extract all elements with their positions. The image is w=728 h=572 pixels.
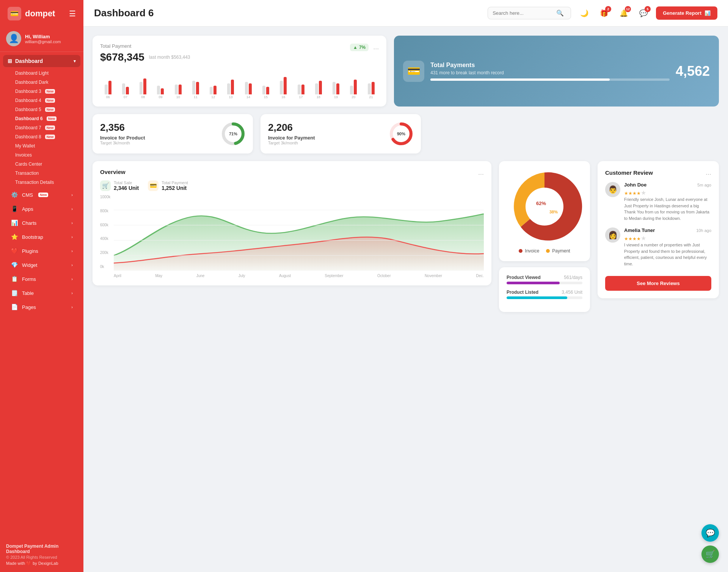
- moon-icon-btn[interactable]: 🌙: [577, 6, 592, 20]
- bar-red: [266, 87, 269, 94]
- total-payment-card: Total Payment ▲ 7% ... $678,345 last mon…: [93, 36, 386, 107]
- submenu-label: Dashboard 5: [15, 107, 41, 112]
- sidebar-item-my-wallet[interactable]: My Wallet: [11, 141, 80, 150]
- badge-new: New: [38, 193, 49, 197]
- sidebar-item-invoices[interactable]: Invoices: [11, 150, 80, 160]
- chat-badge: 5: [645, 6, 651, 12]
- bar-group: 21: [363, 68, 379, 99]
- search-bar[interactable]: 🔍: [488, 7, 571, 19]
- pie-legend: Invoice Payment: [507, 248, 582, 254]
- sidebar-nav-charts[interactable]: 📊 Charts›: [3, 216, 80, 230]
- cart-icon: 🛒: [706, 550, 715, 559]
- sidebar-nav-bootstrap[interactable]: ⭐ Bootstrap›: [3, 230, 80, 244]
- product-listed-value: 3,456 Unit: [562, 290, 582, 295]
- fab-group: 💬 🛒: [701, 524, 719, 563]
- trend-arrow-icon: ▲: [353, 45, 358, 50]
- sidebar-item-dashboard-dark[interactable]: Dashboard Dark: [11, 78, 80, 87]
- bar-chart-icon: 📊: [704, 10, 711, 16]
- more-options-icon[interactable]: ...: [373, 43, 379, 51]
- bar-group: 13: [223, 68, 238, 99]
- header-icons: 🌙 🎁 2 🔔 12 💬 5 Generate Report 📊: [577, 6, 717, 20]
- legend-total-payment: 💳 Total Payment 1,252 Unit: [148, 180, 188, 191]
- pie-chart-card: 62% 38% Invoice Payment: [499, 161, 590, 261]
- reviewer-name: John Doe: [624, 182, 646, 188]
- nav-label: Pages: [22, 304, 36, 310]
- row-3: Overview ... 🛒 Total Sale 2,346 Unit 💳: [93, 161, 719, 312]
- bar-label: 10: [176, 95, 180, 99]
- review-avatar: 👨: [605, 182, 620, 197]
- svg-point-8: [526, 188, 563, 226]
- sidebar-nav-forms[interactable]: 📋 Forms›: [3, 272, 80, 286]
- sidebar-item-cards-center[interactable]: Cards Center: [11, 160, 80, 169]
- sidebar-nav-pages[interactable]: 📄 Pages›: [3, 300, 80, 314]
- invoice-payment-value: 2,206: [268, 122, 315, 133]
- bar-gray: [175, 85, 178, 94]
- sidebar-item-transaction-details[interactable]: Transaction Details: [11, 178, 80, 187]
- badge-new: New: [45, 107, 55, 112]
- payments-banner-value: 4,562: [676, 63, 710, 79]
- bar-gray: [333, 82, 336, 94]
- bar-label: 15: [264, 95, 268, 99]
- main-content: Dashboard 6 🔍 🌙 🎁 2 🔔 12 💬 5 Generate Re: [83, 0, 728, 572]
- y-label: 1000k: [100, 195, 110, 199]
- review-time: 10h ago: [696, 228, 711, 233]
- review-more-icon[interactable]: ...: [706, 169, 711, 177]
- generate-report-button[interactable]: Generate Report 📊: [656, 6, 717, 20]
- submenu-label: Transaction Details: [15, 180, 54, 185]
- payment-legend: Payment: [546, 248, 570, 254]
- bar-group: 06: [100, 68, 116, 99]
- sidebar-item-dashboard-8[interactable]: Dashboard 8New: [11, 132, 80, 141]
- x-axis-labels: April May June July August September Oct…: [114, 272, 484, 278]
- sidebar-nav-plugins[interactable]: ❤️ Plugins›: [3, 244, 80, 258]
- bar-red: [179, 85, 182, 94]
- search-input[interactable]: [493, 10, 553, 16]
- bar-label: 13: [229, 95, 232, 99]
- badge-new: New: [45, 98, 55, 103]
- hamburger-icon[interactable]: ☰: [69, 9, 76, 18]
- submenu-label: Dashboard 6: [15, 116, 43, 121]
- review-avatar: 👩: [605, 227, 620, 243]
- avatar: 👤: [6, 31, 21, 46]
- sidebar-item-transaction[interactable]: Transaction: [11, 169, 80, 178]
- chevron-right-icon: ›: [71, 277, 73, 281]
- sidebar-item-dashboard-7[interactable]: Dashboard 7New: [11, 123, 80, 132]
- area-chart: [114, 195, 484, 271]
- nav-icon: 📱: [11, 205, 18, 212]
- sidebar-nav-cms[interactable]: ⚙️ CMSNew›: [3, 188, 80, 202]
- row-1: Total Payment ▲ 7% ... $678,345 last mon…: [93, 36, 719, 107]
- sidebar-item-dashboard-3[interactable]: Dashboard 3New: [11, 87, 80, 96]
- sidebar-item-dashboard-6[interactable]: Dashboard 6New: [11, 114, 80, 123]
- profile-email: william@gmail.com: [25, 39, 61, 44]
- sidebar-item-dashboard-5[interactable]: Dashboard 5New: [11, 105, 80, 114]
- cart-fab[interactable]: 🛒: [701, 545, 719, 563]
- submenu-label: Dashboard 8: [15, 134, 41, 139]
- bar-group: 17: [293, 68, 309, 99]
- y-label: 200k: [100, 251, 110, 255]
- badge-new: New: [45, 135, 55, 139]
- see-more-reviews-button[interactable]: See More Reviews: [605, 276, 711, 291]
- bar-red: [196, 82, 199, 94]
- nav-label: Widget: [22, 262, 37, 268]
- badge-new: New: [47, 116, 57, 121]
- nav-label: CMS: [22, 192, 33, 198]
- sidebar-nav-apps[interactable]: 📱 Apps›: [3, 202, 80, 216]
- sidebar-nav-table[interactable]: 🗒️ Table›: [3, 286, 80, 300]
- bar-group: 08: [135, 68, 151, 99]
- bar-red: [231, 80, 234, 94]
- area-chart-container: 1000k800k600k400k200k0k: [100, 195, 484, 278]
- bar-red: [213, 86, 217, 94]
- invoice-product-card: 2,356 Invoice for Product Target 3k/mont…: [93, 114, 253, 154]
- sidebar-item-dashboard-4[interactable]: Dashboard 4New: [11, 96, 80, 105]
- support-fab[interactable]: 💬: [701, 524, 719, 542]
- chat-icon-btn[interactable]: 💬 5: [636, 6, 651, 20]
- gift-icon-btn[interactable]: 🎁 2: [597, 6, 611, 20]
- review-item: 👩 Amelia Tuner 10h ago ★★★★★ I viewed a …: [605, 227, 711, 267]
- sidebar-nav-widget[interactable]: 💎 Widget›: [3, 258, 80, 272]
- bell-icon-btn[interactable]: 🔔 12: [617, 6, 631, 20]
- chevron-right-icon: ›: [71, 207, 73, 211]
- overview-more-icon[interactable]: ...: [478, 169, 484, 177]
- invoice-payment-card: 2,206 Invoice for Payment Target 3k/mont…: [260, 114, 421, 154]
- submenu-label: Dashboard Dark: [15, 80, 48, 85]
- dashboard-menu-header[interactable]: ⊞ Dashboard ▾: [3, 55, 80, 67]
- sidebar-item-dashboard-light[interactable]: Dashboard Light: [11, 69, 80, 78]
